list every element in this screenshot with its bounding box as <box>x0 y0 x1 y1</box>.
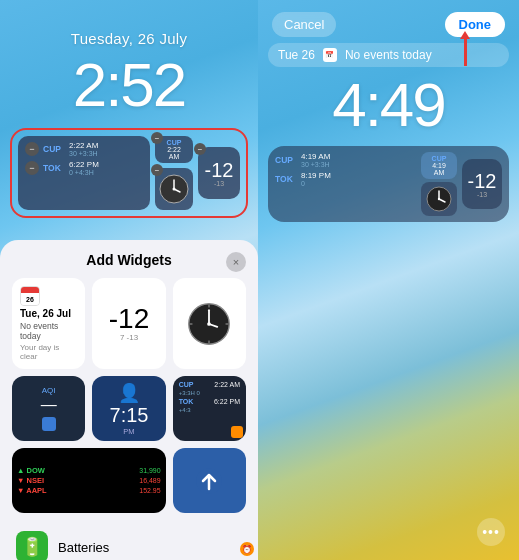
wc-cup-detail-row: +3:3H 0 <box>179 390 240 396</box>
rwg-big-number: -12 -13 <box>462 159 502 209</box>
left-widget-area: − CUP 2:22 AM 30 +3:3H − TOK 6:22 PM 0 +… <box>10 128 248 218</box>
rwg-mini-label: CUP <box>432 155 447 162</box>
cup-detail: 30 +3:3H <box>69 150 98 157</box>
weather-sub: PM <box>123 427 134 436</box>
rwg-num-sub: -13 <box>477 191 487 198</box>
dow-val: 31,990 <box>139 467 160 474</box>
cal-icon: 26 <box>20 286 40 306</box>
wc-tok-row: TOK 6:22 PM <box>179 398 240 405</box>
rwg-cup-time: 4:19 AM <box>301 152 330 161</box>
svg-point-16 <box>438 198 440 200</box>
cup-time: 2:22 AM <box>69 141 98 150</box>
tok-time: 6:22 PM <box>69 160 99 169</box>
right-date: Tue 26 <box>278 48 315 62</box>
clock-icon <box>156 171 192 207</box>
rwg-mid-col: CUP 4:19 AM <box>421 152 457 216</box>
rwg-mini-time: 4:19 <box>432 162 446 169</box>
aapl-label: ▼ AAPL <box>17 486 47 495</box>
wc-cup-label: CUP <box>179 381 194 388</box>
tok-label: TOK <box>43 163 65 173</box>
clock-widget-item[interactable]: ⏰ <box>173 278 246 369</box>
left-time: 2:52 <box>0 49 258 120</box>
cup-row: − CUP 2:22 AM 30 +3:3H <box>25 141 143 157</box>
rwg-cup-label: CUP <box>275 155 297 165</box>
dow-row: ▲ DOW 31,990 <box>17 466 161 475</box>
rwg-clock-left: CUP 4:19 AM 30 +3:3H TOK 8:19 PM 0 <box>275 152 416 216</box>
world-clock-widget: − CUP 2:22 AM 30 +3:3H − TOK 6:22 PM 0 +… <box>18 136 150 210</box>
wc-cup-detail: +3:3H 0 <box>179 390 200 396</box>
aqi-dash: — <box>41 396 57 414</box>
mini-cup-widget: − CUP 2:22 AM <box>155 136 193 163</box>
three-dots-button[interactable]: ••• <box>477 518 505 546</box>
calendar-widget-item[interactable]: 26 Tue, 26 Jul No events today Your day … <box>12 278 85 369</box>
wc-tok-detail: +4:3 <box>179 407 191 413</box>
big-number-sub: -13 <box>214 180 224 187</box>
worldclock-widget-item[interactable]: CUP 2:22 AM +3:3H 0 TOK 6:22 PM +4:3 <box>173 376 246 441</box>
left-date: Tuesday, 26 July <box>0 30 258 47</box>
widget-num-sub: 7 -13 <box>120 333 138 342</box>
add-widgets-panel: Add Widgets × 26 Tue, 26 Jul No events t… <box>0 240 258 560</box>
rwg-cup-row: CUP 4:19 AM 30 +3:3H <box>275 152 416 168</box>
person-icon: 👤 <box>118 382 140 404</box>
left-phone-screen: Tuesday, 26 July 2:52 − CUP 2:22 AM 30 +… <box>0 0 258 560</box>
minus-cup-btn[interactable]: − <box>25 142 39 156</box>
mini-cup-label: CUP <box>167 139 182 146</box>
wc-cup-row: CUP 2:22 AM <box>179 381 240 388</box>
nsei-label: ▼ NSEI <box>17 476 44 485</box>
right-events: No events today <box>345 48 432 62</box>
cup-label: CUP <box>43 144 65 154</box>
wc-tok-detail-row: +4:3 <box>179 407 240 413</box>
mini-clock-minus[interactable]: − <box>151 164 163 176</box>
cancel-button[interactable]: Cancel <box>272 12 336 37</box>
number-widget-item[interactable]: -12 7 -13 <box>92 278 165 369</box>
big-number-widget: − -12 -13 <box>198 147 240 199</box>
mini-cup-time: 2:22 <box>167 146 181 153</box>
aqi-widget-item[interactable]: AQI — <box>12 376 85 441</box>
tok-detail: 0 +4:3H <box>69 169 99 176</box>
dow-label: ▲ DOW <box>17 466 45 475</box>
aapl-val: 152.95 <box>139 487 160 494</box>
wc-tok-label: TOK <box>179 398 194 405</box>
wc-tok-time: 6:22 PM <box>214 398 240 405</box>
rwg-right-col: -12 -13 <box>462 152 502 216</box>
batteries-list-item[interactable]: 🔋 Batteries <box>12 523 246 560</box>
right-time: 4:49 <box>258 69 519 140</box>
rwg-mini-cup: CUP 4:19 AM <box>421 152 457 179</box>
cal-day: 26 <box>21 293 39 305</box>
rwg-analog-clock <box>421 182 457 216</box>
tok-row: − TOK 6:22 PM 0 +4:3H <box>25 160 143 176</box>
analog-clock <box>186 301 232 347</box>
panel-title: Add Widgets <box>86 252 171 268</box>
widget-grid: 26 Tue, 26 Jul No events today Your day … <box>12 278 246 513</box>
widget-date: Tue, 26 Jul <box>20 308 77 319</box>
aqi-icon <box>42 417 56 431</box>
widget-list: 🔋 Batteries 26 Calendar <box>12 523 246 560</box>
cal-small-icon: 📅 <box>323 48 337 62</box>
done-button[interactable]: Done <box>445 12 506 37</box>
big-number-widget-col: − -12 -13 <box>198 136 240 210</box>
widget-big-num: -12 <box>109 305 149 333</box>
rwg-tok-time: 8:19 PM <box>301 171 331 180</box>
widget-events: No events today <box>20 321 77 341</box>
right-clock-icon <box>425 185 453 213</box>
wc-cup-time: 2:22 AM <box>214 381 240 388</box>
arrow-icon <box>195 467 223 495</box>
big-number-minus[interactable]: − <box>194 143 206 155</box>
minus-tok-btn[interactable]: − <box>25 161 39 175</box>
mini-minus-btn[interactable]: − <box>151 132 163 144</box>
rwg-num-value: -12 <box>468 171 497 191</box>
svg-point-3 <box>173 188 176 191</box>
panel-close-btn[interactable]: × <box>226 252 246 272</box>
batteries-icon: 🔋 <box>16 531 48 560</box>
right-widget-area: CUP 4:19 AM 30 +3:3H TOK 8:19 PM 0 <box>268 146 509 222</box>
aqi-label: AQI <box>42 386 56 395</box>
rwg-mini-sub: AM <box>434 169 445 176</box>
widget-desc: Your day is clear <box>20 343 77 361</box>
stocks-widget-item[interactable]: ▲ DOW 31,990 ▼ NSEI 16,489 ▼ AAPL 152.95 <box>12 448 166 513</box>
arrow-widget-item[interactable] <box>173 448 246 513</box>
weather-time: 7:15 <box>110 404 149 427</box>
weather-widget-item[interactable]: 👤 7:15 PM <box>92 376 165 441</box>
panel-header: Add Widgets × <box>12 252 246 268</box>
rwg-tok-label: TOK <box>275 174 297 184</box>
wc-badge <box>231 426 243 438</box>
